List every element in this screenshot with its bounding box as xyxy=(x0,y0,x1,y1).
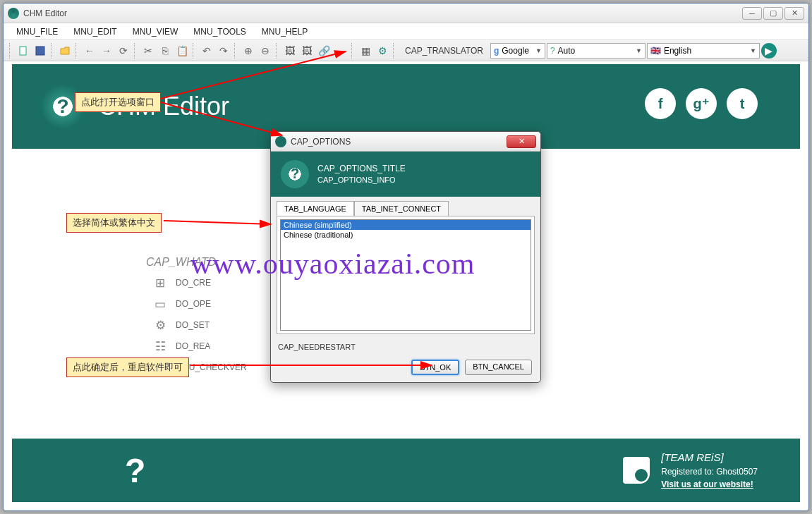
flag-icon: 🇬🇧 xyxy=(650,46,661,56)
options-dialog: CAP_OPTIONS ✕ CAP_OPTIONS_TITLE CAP_OPTI… xyxy=(270,131,541,383)
dstlang-select[interactable]: 🇬🇧English▼ xyxy=(647,43,760,59)
new-icon[interactable] xyxy=(16,43,31,59)
minimize-button[interactable]: ─ xyxy=(742,7,762,20)
create-icon: ⊞ xyxy=(153,276,167,290)
toolbar: ← → ⟳ ✂ ⎘ 📋 ↶ ↷ ⊕ ⊖ 🖼 🖼 🔗 ― ▦ ⚙ CAP_TRAN… xyxy=(4,40,808,61)
titlebar: CHM Editor ─ ▢ ✕ xyxy=(4,4,808,23)
app-icon xyxy=(8,8,19,19)
dialog-title: CAP_OPTIONS xyxy=(291,137,507,147)
menubar: MNU_FILE MNU_EDIT MNU_VIEW MNU_TOOLS MNU… xyxy=(4,23,808,40)
language-list[interactable]: Chinese (simplified) Chinese (traditiona… xyxy=(280,219,531,331)
copy-icon[interactable]: ⎘ xyxy=(157,43,173,59)
srclang-select[interactable]: ?Auto▼ xyxy=(547,43,646,59)
zoomout-icon[interactable]: ⊖ xyxy=(257,43,273,59)
footer: ? [TEAM REiS] Registered to: Ghost0507 V… xyxy=(12,439,800,502)
cancel-button[interactable]: BTN_CANCEL xyxy=(465,360,532,375)
back-icon[interactable]: ← xyxy=(82,43,97,59)
menu-edit[interactable]: MNU_EDIT xyxy=(66,25,123,39)
dialog-head-info: CAP_OPTIONS_INFO xyxy=(317,175,406,185)
refresh-icon[interactable]: ⟳ xyxy=(116,43,131,59)
image-icon[interactable]: 🖼 xyxy=(282,43,298,59)
facebook-icon[interactable]: f xyxy=(645,88,676,119)
do-open[interactable]: ▭DO_OPE xyxy=(153,297,247,311)
hr-icon[interactable]: ― xyxy=(333,43,349,59)
team-name: [TEAM REiS] xyxy=(661,450,758,466)
dialog-header-icon xyxy=(281,160,309,188)
whatdo-caption: CAP_WHATD xyxy=(146,256,216,269)
images-icon[interactable]: 🖼 xyxy=(299,43,315,59)
do-create[interactable]: ⊞DO_CRE xyxy=(153,276,247,290)
dialog-close-button[interactable]: ✕ xyxy=(507,135,536,148)
do-read[interactable]: ☷DO_REA xyxy=(153,339,247,353)
redo-icon[interactable]: ↷ xyxy=(216,43,231,59)
read-icon: ☷ xyxy=(153,339,167,353)
tab-inet[interactable]: TAB_INET_CONNECT xyxy=(354,201,449,216)
lang-chinese-simplified[interactable]: Chinese (simplified) xyxy=(281,220,531,230)
gear-icon: ⚙ xyxy=(153,318,167,332)
twitter-icon[interactable]: t xyxy=(727,88,758,119)
tab-language[interactable]: TAB_LANGUAGE xyxy=(277,201,354,216)
tab-body: Chinese (simplified) Chinese (traditiona… xyxy=(277,216,535,334)
dialog-head-title: CAP_OPTIONS_TITLE xyxy=(317,164,406,175)
window-title: CHM Editor xyxy=(23,8,742,18)
gplus-icon[interactable]: g⁺ xyxy=(686,88,717,119)
dialog-header: CAP_OPTIONS_TITLE CAP_OPTIONS_INFO xyxy=(271,152,540,197)
undo-icon[interactable]: ↶ xyxy=(199,43,214,59)
paste-icon[interactable]: 📋 xyxy=(174,43,190,59)
annot-1: 点此打开选项窗口 xyxy=(75,92,161,112)
dialog-titlebar: CAP_OPTIONS ✕ xyxy=(271,132,540,152)
annot-2: 选择简体或繁体中文 xyxy=(66,213,162,233)
menu-view[interactable]: MNU_VIEW xyxy=(126,25,186,39)
options-icon[interactable]: ⚙ xyxy=(375,43,390,59)
go-icon[interactable]: ▶ xyxy=(761,43,777,59)
do-settings[interactable]: ⚙DO_SET xyxy=(153,318,247,332)
svg-rect-0 xyxy=(20,47,26,55)
forward-icon[interactable]: → xyxy=(99,43,114,59)
maximize-button[interactable]: ▢ xyxy=(763,7,783,20)
link-icon[interactable]: 🔗 xyxy=(316,43,332,59)
menu-help[interactable]: MNU_HELP xyxy=(255,25,315,39)
menu-file[interactable]: MNU_FILE xyxy=(9,25,65,39)
open2-icon: ▭ xyxy=(153,297,167,311)
help-icon[interactable]: ? xyxy=(125,451,145,490)
engine-select[interactable]: gGoogle▼ xyxy=(490,43,545,59)
save-icon[interactable] xyxy=(32,43,48,59)
registered-to: Registered to: Ghost0507 xyxy=(661,465,758,478)
restart-caption: CAP_NEEDRESTART xyxy=(271,338,540,355)
close-button[interactable]: ✕ xyxy=(784,7,804,20)
team-logo-icon xyxy=(623,457,650,484)
visit-link[interactable]: Visit us at our website! xyxy=(661,478,758,491)
svg-rect-1 xyxy=(36,47,44,55)
zoomin-icon[interactable]: ⊕ xyxy=(241,43,256,59)
lang-chinese-traditional[interactable]: Chinese (traditional) xyxy=(281,230,531,240)
cut-icon[interactable]: ✂ xyxy=(140,43,156,59)
translator-cap: CAP_TRANSLATOR xyxy=(399,46,489,56)
open-icon[interactable] xyxy=(57,43,73,59)
menu-tools[interactable]: MNU_TOOLS xyxy=(186,25,253,39)
annot-3: 点此确定后，重启软件即可 xyxy=(66,357,189,377)
dialog-icon xyxy=(275,136,286,147)
table-icon[interactable]: ▦ xyxy=(358,43,373,59)
ok-button[interactable]: BTN_OK xyxy=(411,360,459,375)
